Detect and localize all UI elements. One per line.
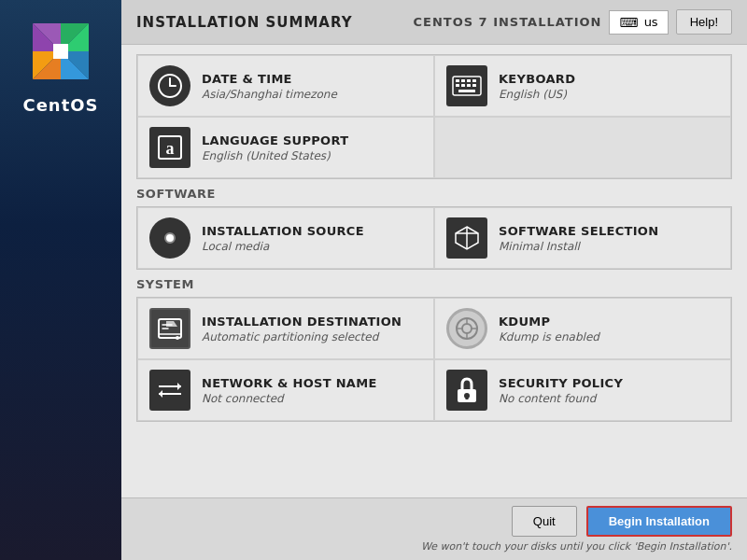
page-title: INSTALLATION SUMMARY <box>136 14 353 31</box>
software-section-label: SOFTWARE <box>136 187 732 201</box>
svg-point-28 <box>176 336 179 340</box>
security-svg <box>453 375 481 405</box>
system-label: CENTOS 7 INSTALLATION <box>413 15 601 29</box>
language-item[interactable]: a LANGUAGE SUPPORT English (United State… <box>137 117 434 178</box>
quit-button[interactable]: Quit <box>512 506 577 537</box>
language-text: LANGUAGE SUPPORT English (United States) <box>202 133 348 162</box>
security-item[interactable]: SECURITY POLICY No content found <box>434 359 731 421</box>
date-time-icon <box>149 65 190 106</box>
keyboard-subtitle: English (US) <box>499 88 575 101</box>
footer: Quit Begin Installation We won't touch y… <box>121 497 747 560</box>
date-time-text: DATE & TIME Asia/Shanghai timezone <box>202 72 337 101</box>
empty-cell-1 <box>434 117 731 178</box>
package-svg <box>453 224 481 252</box>
brand-label: CentOS <box>22 95 98 115</box>
clock-svg <box>157 73 183 99</box>
security-text: SECURITY POLICY No content found <box>499 376 623 405</box>
kdump-svg <box>454 315 480 342</box>
date-time-subtitle: Asia/Shanghai timezone <box>202 88 337 101</box>
language-icon: a <box>149 127 190 168</box>
kdump-text: KDUMP Kdump is enabled <box>499 315 599 343</box>
content-area: DATE & TIME Asia/Shanghai timezone <box>121 45 747 497</box>
locale-code: us <box>644 15 658 29</box>
network-subtitle: Not connected <box>202 392 377 405</box>
install-destination-item[interactable]: INSTALLATION DESTINATION Automatic parti… <box>137 298 434 359</box>
svg-rect-16 <box>472 79 476 82</box>
security-subtitle: No content found <box>499 392 623 405</box>
install-source-text: INSTALLATION SOURCE Local media <box>202 224 364 253</box>
svg-marker-35 <box>177 383 181 390</box>
kdump-item[interactable]: KDUMP Kdump is enabled <box>434 298 731 359</box>
hdd-svg <box>155 314 185 343</box>
svg-rect-20 <box>472 84 476 87</box>
keyboard-title: KEYBOARD <box>499 72 575 86</box>
svg-rect-21 <box>458 90 475 92</box>
keyboard-item[interactable]: KEYBOARD English (US) <box>434 55 731 117</box>
network-item[interactable]: NETWORK & HOST NAME Not connected <box>137 359 434 421</box>
svg-rect-39 <box>466 396 469 399</box>
date-time-item[interactable]: DATE & TIME Asia/Shanghai timezone <box>137 55 434 117</box>
network-text: NETWORK & HOST NAME Not connected <box>202 376 377 405</box>
kdump-icon <box>446 308 487 349</box>
keyboard-item-icon <box>446 65 487 106</box>
localization-grid: DATE & TIME Asia/Shanghai timezone <box>136 54 732 179</box>
install-source-item[interactable]: INSTALLATION SOURCE Local media <box>137 207 434 269</box>
svg-rect-17 <box>456 84 459 87</box>
network-svg <box>155 375 185 405</box>
svg-marker-36 <box>159 390 162 398</box>
svg-rect-18 <box>461 84 465 87</box>
keyboard-svg <box>452 76 482 96</box>
footer-note: We won't touch your disks until you clic… <box>421 540 732 553</box>
install-source-subtitle: Local media <box>202 240 364 253</box>
svg-text:a: a <box>166 139 175 158</box>
keyboard-locale-icon: ⌨ <box>619 15 638 30</box>
locale-display[interactable]: ⌨ us <box>609 10 668 35</box>
language-subtitle: English (United States) <box>202 149 348 162</box>
footer-buttons: Quit Begin Installation <box>512 506 732 537</box>
security-title: SECURITY POLICY <box>499 376 623 390</box>
centos-logo <box>28 19 93 84</box>
kdump-subtitle: Kdump is enabled <box>499 330 599 343</box>
software-selection-text: SOFTWARE SELECTION Minimal Install <box>499 224 658 253</box>
main-panel: INSTALLATION SUMMARY CENTOS 7 INSTALLATI… <box>121 0 747 560</box>
sidebar: CentOS <box>0 0 121 560</box>
install-destination-subtitle: Automatic partitioning selected <box>202 330 402 343</box>
software-selection-subtitle: Minimal Install <box>499 240 658 253</box>
software-selection-icon <box>446 217 487 259</box>
keyboard-text: KEYBOARD English (US) <box>499 72 575 101</box>
svg-rect-19 <box>467 84 471 87</box>
install-destination-icon <box>149 308 190 349</box>
install-destination-text: INSTALLATION DESTINATION Automatic parti… <box>202 315 402 343</box>
security-icon <box>446 370 487 411</box>
install-source-icon <box>149 217 190 259</box>
install-source-title: INSTALLATION SOURCE <box>202 224 364 238</box>
header-right: CENTOS 7 INSTALLATION ⌨ us Help! <box>413 9 732 35</box>
header: INSTALLATION SUMMARY CENTOS 7 INSTALLATI… <box>121 0 747 45</box>
software-selection-item[interactable]: SOFTWARE SELECTION Minimal Install <box>434 207 731 269</box>
svg-rect-8 <box>53 44 68 59</box>
begin-installation-button[interactable]: Begin Installation <box>586 506 732 537</box>
date-time-title: DATE & TIME <box>202 72 337 86</box>
svg-point-30 <box>462 324 472 333</box>
svg-rect-14 <box>461 79 465 82</box>
help-button[interactable]: Help! <box>676 9 732 35</box>
software-grid: INSTALLATION SOURCE Local media <box>136 206 732 270</box>
svg-rect-15 <box>467 79 471 82</box>
software-selection-title: SOFTWARE SELECTION <box>499 224 658 238</box>
kdump-title: KDUMP <box>499 315 599 329</box>
network-icon <box>149 370 190 411</box>
network-title: NETWORK & HOST NAME <box>202 376 377 390</box>
system-section-label: SYSTEM <box>136 277 732 291</box>
install-destination-title: INSTALLATION DESTINATION <box>202 315 402 329</box>
language-svg: a <box>156 133 184 161</box>
language-title: LANGUAGE SUPPORT <box>202 133 348 147</box>
system-grid: INSTALLATION DESTINATION Automatic parti… <box>136 297 732 422</box>
svg-rect-13 <box>456 79 459 82</box>
